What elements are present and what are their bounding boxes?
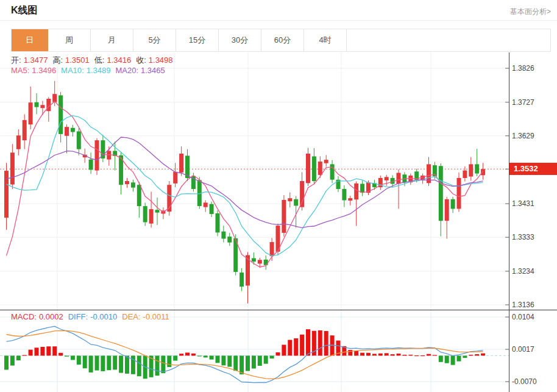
svg-text:1.3629: 1.3629 — [512, 132, 534, 140]
svg-text:-0.0070: -0.0070 — [512, 377, 537, 386]
svg-text:1.3826: 1.3826 — [512, 64, 534, 73]
macd-legend: MACD:0.0002DIFF:-0.0010DEA:-0.0011 — [11, 312, 174, 321]
legend-item-ma10: MA10:1.3489 — [61, 66, 113, 75]
legend-item-macd: MACD:0.0002 — [11, 312, 66, 321]
svg-text:1.3333: 1.3333 — [512, 233, 534, 241]
svg-text:0.0017: 0.0017 — [512, 345, 534, 354]
legend-item-low: 低:1.3416 — [94, 55, 133, 65]
svg-text:0.0104: 0.0104 — [512, 313, 534, 321]
legend-item-ma5: MA5:1.3496 — [11, 66, 59, 75]
svg-text:1.3431: 1.3431 — [512, 199, 534, 208]
legend-item-high: 高:1.3501 — [52, 55, 91, 65]
ohlc-legend: 开:1.3477高:1.3501低:1.3416收:1.3498 — [11, 55, 178, 66]
ma-legend: MA5:1.3496MA10:1.3489MA20:1.3465 — [11, 66, 170, 75]
legend-item-close: 收:1.3498 — [136, 55, 175, 65]
legend-item-open: 开:1.3477 — [11, 55, 50, 65]
svg-text:1.3234: 1.3234 — [512, 267, 534, 276]
svg-text:1.3136: 1.3136 — [512, 301, 534, 309]
legend-item-ma20: MA20:1.3465 — [115, 66, 167, 75]
last-price-tag: 1.3532 — [509, 163, 557, 175]
legend-item-dea: DEA:-0.0011 — [122, 312, 171, 321]
kline-module: K线图 基本面分析> 日周月5分15分30分60分4时 1.38261.3727… — [0, 0, 557, 392]
legend-item-diff: DIFF:-0.0010 — [68, 312, 120, 321]
svg-text:1.3727: 1.3727 — [512, 98, 534, 107]
